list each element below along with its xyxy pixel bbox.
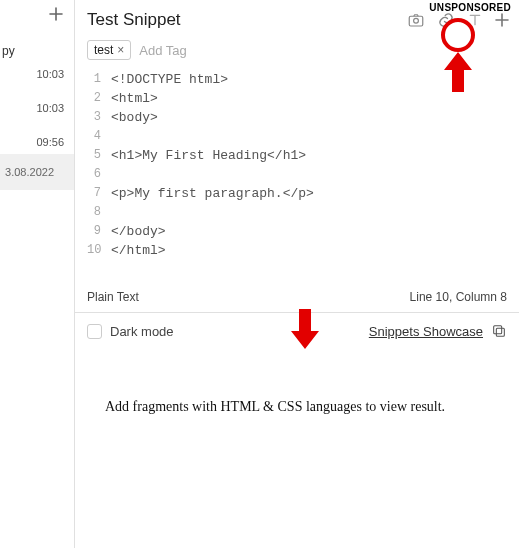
preview-toolbar: Dark mode Snippets Showcase <box>75 313 519 349</box>
status-bar: Plain Text Line 10, Column 8 <box>75 280 519 313</box>
dark-mode-label: Dark mode <box>110 324 174 339</box>
code-line[interactable]: 1<!DOCTYPE html> <box>87 70 507 89</box>
sidebar-item-label: py <box>0 40 74 62</box>
code-line[interactable]: 5<h1>My First Heading</h1> <box>87 146 507 165</box>
code-editor[interactable]: 1<!DOCTYPE html>2<html>3<body>45<h1>My F… <box>75 70 519 260</box>
code-text: <h1>My First Heading</h1> <box>111 146 306 165</box>
language-indicator[interactable]: Plain Text <box>87 290 139 304</box>
new-snippet-button[interactable] <box>48 6 64 22</box>
sidebar-item[interactable]: 09:56 <box>0 130 74 154</box>
code-text: <html> <box>111 89 158 108</box>
line-number: 2 <box>87 89 111 108</box>
code-line[interactable]: 4 <box>87 127 507 146</box>
line-number: 5 <box>87 146 111 165</box>
code-line[interactable]: 8 <box>87 203 507 222</box>
code-line[interactable]: 2<html> <box>87 89 507 108</box>
svg-point-1 <box>414 18 419 23</box>
line-number: 10 <box>87 241 111 260</box>
link-icon[interactable] <box>437 11 455 29</box>
snippet-title[interactable]: Test Snippet <box>87 10 181 30</box>
sidebar-item[interactable]: 10:03 <box>0 96 74 120</box>
line-number: 4 <box>87 127 111 146</box>
annotation-arrow-down <box>290 309 320 351</box>
sidebar: py 10:03 10:03 09:56 3.08.2022 <box>0 0 75 548</box>
cursor-position: Line 10, Column 8 <box>410 290 507 304</box>
text-icon[interactable] <box>467 12 483 28</box>
line-number: 9 <box>87 222 111 241</box>
svg-rect-2 <box>496 328 504 336</box>
dark-mode-checkbox[interactable] <box>87 324 102 339</box>
line-number: 1 <box>87 70 111 89</box>
camera-icon[interactable] <box>407 11 425 29</box>
preview-placeholder: Add fragments with HTML & CSS languages … <box>105 399 503 415</box>
code-text: <body> <box>111 108 158 127</box>
add-button[interactable] <box>495 13 509 27</box>
main-panel: UNSPONSORED Test Snippet <box>75 0 519 548</box>
tag-label: test <box>94 43 113 57</box>
line-number: 3 <box>87 108 111 127</box>
code-line[interactable]: 6 <box>87 165 507 184</box>
code-text: <!DOCTYPE html> <box>111 70 228 89</box>
line-number: 8 <box>87 203 111 222</box>
code-line[interactable]: 9</body> <box>87 222 507 241</box>
code-line[interactable]: 10</html> <box>87 241 507 260</box>
svg-rect-0 <box>409 16 423 26</box>
line-number: 7 <box>87 184 111 203</box>
code-line[interactable]: 3<body> <box>87 108 507 127</box>
tags-row: test × Add Tag <box>75 36 519 70</box>
sidebar-item[interactable]: 10:03 <box>0 62 74 86</box>
tag-chip[interactable]: test × <box>87 40 131 60</box>
code-text: </body> <box>111 222 166 241</box>
sidebar-date: 3.08.2022 <box>2 164 64 184</box>
add-tag-input[interactable]: Add Tag <box>139 43 186 58</box>
snippets-showcase-link[interactable]: Snippets Showcase <box>369 324 483 339</box>
sidebar-item-selected[interactable]: 3.08.2022 <box>0 154 74 190</box>
code-text: </html> <box>111 241 166 260</box>
code-text: <p>My first paragraph.</p> <box>111 184 314 203</box>
svg-rect-3 <box>494 326 502 334</box>
code-line[interactable]: 7<p>My first paragraph.</p> <box>87 184 507 203</box>
preview-area: Add fragments with HTML & CSS languages … <box>75 349 519 548</box>
line-number: 6 <box>87 165 111 184</box>
tag-remove-icon[interactable]: × <box>117 44 124 56</box>
copy-icon[interactable] <box>491 323 507 339</box>
